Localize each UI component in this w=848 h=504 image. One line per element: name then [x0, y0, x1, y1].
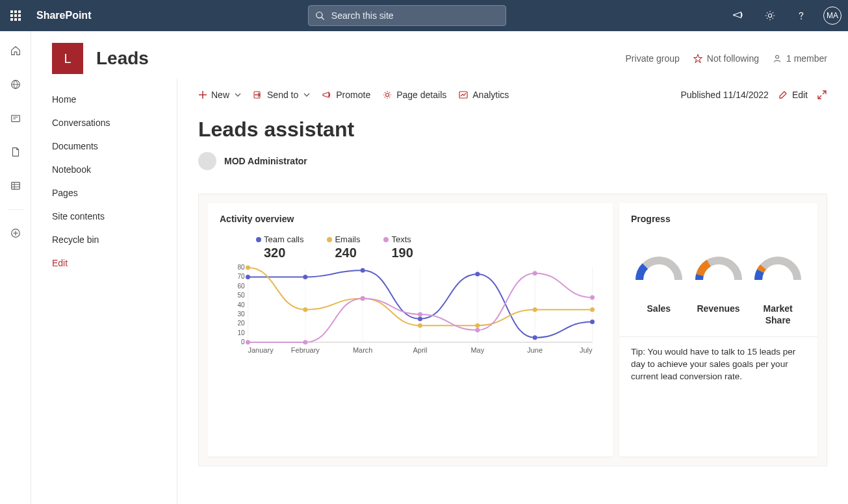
site-title[interactable]: Leads [96, 48, 149, 69]
svg-point-3 [801, 18, 802, 19]
svg-point-48 [418, 317, 422, 321]
send-to-label: Send to [267, 90, 298, 100]
page-details-button[interactable]: Page details [382, 90, 446, 100]
progress-tip: Tip: You would have to talk to 15 leads … [619, 336, 817, 383]
legend-item: Texts190 [383, 234, 413, 260]
svg-text:30: 30 [237, 310, 245, 318]
rail-global-button[interactable] [0, 71, 31, 97]
rail-lists-button[interactable] [0, 173, 31, 199]
chevron-down-icon [303, 92, 310, 98]
chart-legend: Team calls320Emails240Texts190 [256, 234, 601, 260]
rail-news-button[interactable] [0, 105, 31, 131]
svg-point-46 [303, 275, 307, 279]
edit-button[interactable]: Edit [778, 90, 808, 100]
search-icon [315, 10, 325, 21]
gauge: Revenues [691, 254, 747, 326]
svg-point-63 [475, 328, 480, 333]
progress-card-title: Progress [631, 214, 806, 224]
members-button[interactable]: 1 member [772, 53, 827, 64]
gauges-row: SalesRevenuesMarket Share [631, 254, 806, 326]
page-details-label: Page details [396, 90, 446, 100]
svg-text:0: 0 [241, 338, 245, 346]
globe-icon [10, 79, 21, 90]
svg-text:20: 20 [237, 320, 245, 327]
gear-icon [382, 90, 392, 100]
follow-button[interactable]: Not following [693, 53, 759, 64]
svg-point-19 [386, 94, 389, 97]
svg-point-2 [768, 14, 771, 17]
site-header: L Leads Private group Not following 1 me… [31, 31, 848, 78]
user-initials: MA [827, 11, 838, 20]
svg-text:July: July [580, 346, 593, 354]
search-box[interactable] [308, 5, 506, 26]
activity-chart: 01020304050607080JanuaryFebruaryMarchApr… [220, 264, 601, 368]
megaphone-button[interactable] [723, 0, 754, 31]
svg-point-0 [316, 12, 322, 18]
rail-home-button[interactable] [0, 38, 31, 64]
nav-item-conversations[interactable]: Conversations [31, 111, 177, 134]
promote-label: Promote [336, 90, 370, 100]
legend-item: Team calls320 [256, 234, 303, 260]
nav-item-home[interactable]: Home [31, 88, 177, 111]
list-icon [10, 180, 21, 192]
star-icon [693, 53, 703, 64]
gauge: Market Share [750, 254, 806, 326]
chevron-down-icon [235, 92, 241, 98]
published-label: Published 11/14/2022 [680, 90, 768, 100]
page-title: Leads assistant [198, 118, 827, 142]
author-row: MOD Administrator [198, 152, 827, 170]
news-icon [10, 112, 21, 124]
rail-create-button[interactable] [0, 220, 31, 246]
nav-edit-link[interactable]: Edit [31, 251, 177, 275]
command-bar: New Send to Promote [198, 79, 827, 111]
settings-button[interactable] [754, 0, 786, 31]
analytics-button[interactable]: Analytics [458, 90, 509, 100]
new-button[interactable]: New [198, 90, 241, 100]
svg-point-53 [303, 307, 307, 312]
privacy-label: Private group [626, 53, 680, 64]
help-button[interactable] [786, 0, 817, 31]
author-name: MOD Administrator [224, 156, 307, 166]
home-icon [10, 45, 21, 57]
svg-text:May: May [470, 346, 484, 354]
gear-icon [764, 10, 776, 21]
nav-item-notebook[interactable]: Notebook [31, 158, 177, 181]
expand-icon [817, 90, 827, 100]
expand-button[interactable] [817, 90, 827, 100]
svg-point-57 [533, 307, 537, 312]
search-input[interactable] [331, 10, 499, 21]
person-icon [772, 53, 782, 64]
site-logo[interactable]: L [52, 43, 83, 74]
megaphone-icon [733, 10, 745, 21]
rail-files-button[interactable] [0, 139, 31, 165]
app-launcher-button[interactable] [0, 0, 31, 31]
svg-point-59 [246, 340, 250, 345]
pencil-icon [778, 90, 788, 100]
svg-point-49 [475, 272, 480, 277]
svg-point-45 [246, 275, 250, 279]
edit-label: Edit [792, 90, 808, 100]
help-icon [795, 10, 807, 21]
members-label: 1 member [786, 53, 827, 64]
nav-item-pages[interactable]: Pages [31, 181, 177, 205]
analytics-icon [458, 90, 469, 100]
analytics-label: Analytics [472, 90, 509, 100]
nav-item-site-contents[interactable]: Site contents [31, 205, 177, 228]
nav-item-documents[interactable]: Documents [31, 134, 177, 158]
svg-text:April: April [413, 346, 427, 354]
top-bar: SharePoint MA [0, 0, 848, 31]
svg-text:February: February [291, 346, 320, 354]
svg-text:70: 70 [237, 273, 245, 280]
site-logo-letter: L [64, 51, 71, 66]
send-to-button[interactable]: Send to [253, 90, 310, 100]
svg-point-58 [590, 307, 595, 312]
follow-label: Not following [707, 53, 759, 64]
nav-item-recycle-bin[interactable]: Recycle bin [31, 228, 177, 251]
svg-text:80: 80 [237, 264, 245, 271]
user-avatar-button[interactable]: MA [817, 0, 848, 31]
svg-point-60 [303, 340, 307, 345]
svg-point-47 [361, 268, 365, 273]
promote-button[interactable]: Promote [322, 90, 370, 100]
svg-point-15 [776, 55, 779, 58]
author-avatar[interactable] [198, 152, 216, 170]
